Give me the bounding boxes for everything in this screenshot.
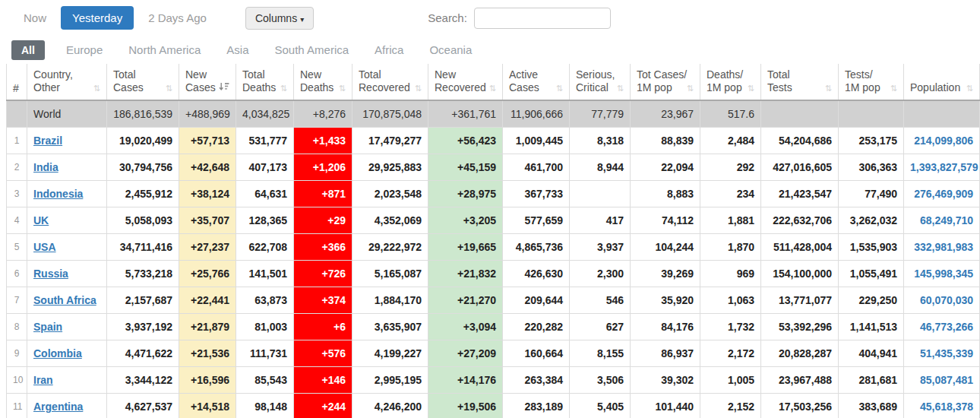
population-link[interactable]: 1,393,827,579 — [910, 161, 978, 173]
country-link[interactable]: Argentina — [33, 401, 83, 413]
column-label-line2: 1M pop⇅ — [637, 81, 694, 95]
country-link[interactable]: UK — [33, 214, 49, 226]
column-header-country[interactable]: Country,Other⇅ — [27, 64, 107, 100]
search-input[interactable] — [474, 8, 611, 29]
column-label-line1: New — [300, 68, 346, 81]
country-row: 8Spain3,937,192+21,87981,003+63,635,907+… — [7, 314, 980, 340]
country-link[interactable]: Colombia — [33, 347, 82, 359]
column-label-line2: Deaths⇅ — [300, 81, 346, 95]
cell-newRecovered: +45,159 — [428, 154, 503, 181]
cell-serious: 8,944 — [570, 154, 631, 181]
cell-testsPerM: 77,490 — [839, 181, 904, 207]
cell-serious: 3,937 — [570, 234, 631, 261]
country-row: 9Colombia4,471,622+21,536111,731+5764,19… — [7, 340, 980, 367]
cell-num: 5 — [7, 234, 27, 261]
cell-totalDeaths: 111,731 — [236, 340, 294, 367]
tab-south-america[interactable]: South America — [273, 40, 351, 59]
tab-asia[interactable]: Asia — [225, 40, 250, 59]
column-label: Tests — [767, 81, 792, 94]
columns-button-label: Columns — [255, 12, 297, 24]
country-link[interactable]: Indonesia — [33, 188, 83, 200]
column-label: Cases — [113, 81, 144, 94]
cell-country: India — [27, 154, 107, 181]
cell-totalDeaths: 64,631 — [236, 181, 294, 207]
sort-descending-active-icon — [219, 82, 229, 95]
country-link[interactable]: Spain — [33, 321, 62, 333]
caret-down-icon: ▾ — [300, 15, 304, 24]
cell-newRecovered: +361,761 — [428, 100, 503, 128]
cell-newDeaths: +6 — [294, 314, 352, 340]
world-row: World186,816,539+488,9694,034,825+8,2761… — [7, 100, 980, 128]
column-header-totalCases[interactable]: TotalCases⇅ — [107, 64, 179, 100]
column-header-totalRecovered[interactable]: TotalRecovered⇅ — [352, 64, 428, 100]
cell-totalRecovered: 4,352,069 — [352, 207, 428, 234]
time-filter-now[interactable]: Now — [19, 7, 51, 29]
cell-totalDeaths: 98,148 — [236, 394, 294, 418]
tab-africa[interactable]: Africa — [373, 40, 405, 59]
cell-testsPerM — [839, 100, 904, 128]
columns-dropdown-button[interactable]: Columns▾ — [245, 7, 314, 30]
time-filter-yesterday[interactable]: Yesterday — [61, 6, 134, 30]
column-label-line2: Cases⇅ — [509, 81, 563, 95]
column-header-serious[interactable]: Serious,Critical⇅ — [570, 64, 631, 100]
country-row: 10Iran3,344,122+16,59685,543+1462,995,19… — [7, 367, 980, 394]
column-label-line1: Total — [767, 68, 832, 81]
column-header-newRecovered[interactable]: NewRecovered⇅ — [428, 64, 503, 100]
cell-country: Iran — [27, 367, 107, 394]
sort-both-icon: ⇅ — [339, 82, 346, 95]
population-link[interactable]: 85,087,481 — [920, 374, 973, 386]
cell-activeCases: 209,644 — [503, 287, 570, 314]
population-link[interactable]: 68,249,710 — [920, 214, 973, 226]
population-link[interactable]: 60,070,030 — [920, 294, 973, 306]
population-link[interactable]: 276,469,909 — [914, 188, 973, 200]
column-header-testsPerM[interactable]: Tests/1M pop⇅ — [839, 64, 904, 100]
country-link[interactable]: South Africa — [33, 294, 96, 306]
column-label-line1: Country, — [33, 68, 100, 81]
tab-oceania[interactable]: Oceania — [428, 40, 473, 59]
column-header-newDeaths[interactable]: NewDeaths⇅ — [294, 64, 352, 100]
column-header-casesPerM[interactable]: Tot Cases/1M pop⇅ — [631, 64, 700, 100]
country-link[interactable]: USA — [33, 241, 56, 253]
cell-totalCases: 19,020,499 — [107, 128, 179, 154]
cell-totalTests: 53,392,296 — [761, 314, 839, 340]
population-link[interactable]: 51,435,339 — [920, 347, 973, 359]
cell-activeCases: 11,906,666 — [503, 100, 570, 128]
cell-newDeaths: +576 — [294, 340, 352, 367]
tab-europe[interactable]: Europe — [65, 40, 104, 59]
column-header-totalDeaths[interactable]: TotalDeaths⇅ — [236, 64, 294, 100]
cell-newRecovered: +27,209 — [428, 340, 503, 367]
column-label-line2: Cases⇅ — [113, 81, 172, 95]
cell-newRecovered: +21,832 — [428, 261, 503, 287]
cell-totalTests: 54,204,686 — [761, 128, 839, 154]
column-header-activeCases[interactable]: ActiveCases⇅ — [503, 64, 570, 100]
column-header-population[interactable]: Population⇅ — [904, 64, 980, 100]
column-label-line1: New — [435, 68, 496, 81]
cell-testsPerM: 253,175 — [839, 128, 904, 154]
population-link[interactable]: 332,981,983 — [914, 241, 973, 253]
cell-casesPerM: 86,937 — [631, 340, 700, 367]
column-header-newCases[interactable]: NewCases — [179, 64, 236, 100]
cell-country: Spain — [27, 314, 107, 340]
country-link[interactable]: Brazil — [33, 135, 62, 147]
population-link[interactable]: 214,099,806 — [914, 135, 973, 147]
tab-north-america[interactable]: North America — [127, 40, 202, 59]
cell-newDeaths: +29 — [294, 207, 352, 234]
column-header-totalTests[interactable]: TotalTests⇅ — [761, 64, 839, 100]
cell-totalTests: 21,423,547 — [761, 181, 839, 207]
time-filter-2-days-ago[interactable]: 2 Days Ago — [144, 7, 211, 29]
column-label-line1: Active — [509, 68, 563, 81]
cell-serious: 627 — [570, 314, 631, 340]
cell-activeCases: 220,282 — [503, 314, 570, 340]
population-link[interactable]: 46,773,266 — [920, 321, 973, 333]
cell-totalCases: 4,627,537 — [107, 394, 179, 418]
cell-newDeaths: +8,276 — [294, 100, 352, 128]
country-link[interactable]: Russia — [33, 268, 68, 280]
cell-casesPerM: 104,244 — [631, 234, 700, 261]
country-link[interactable]: India — [33, 161, 58, 173]
column-header-deathsPerM[interactable]: Deaths/1M pop⇅ — [700, 64, 761, 100]
tab-all[interactable]: All — [11, 40, 45, 60]
table-body: World186,816,539+488,9694,034,825+8,2761… — [7, 100, 980, 418]
population-link[interactable]: 45,618,378 — [920, 401, 973, 413]
country-link[interactable]: Iran — [33, 374, 53, 386]
population-link[interactable]: 145,998,345 — [914, 268, 973, 280]
